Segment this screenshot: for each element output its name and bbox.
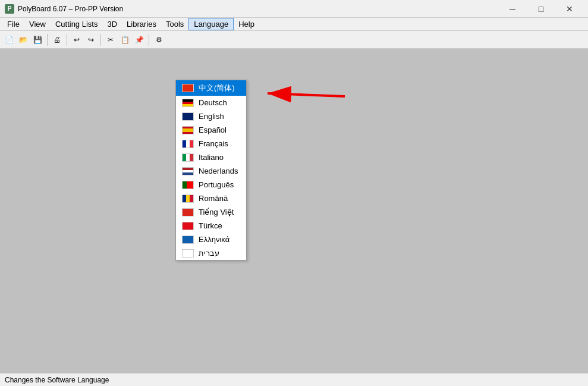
flag-es-icon <box>182 126 194 134</box>
menu-cutting-lists[interactable]: Cutting Lists <box>51 18 103 30</box>
lang-it[interactable]: Italiano <box>176 150 246 164</box>
app-title: PolyBoard 6.07 – Pro-PP Version <box>18 5 123 13</box>
toolbar-sep-3 <box>100 34 101 46</box>
lang-tr[interactable]: Türkce <box>176 219 246 233</box>
lang-gr[interactable]: Ελληνικά <box>176 233 246 246</box>
lang-en[interactable]: English <box>176 109 246 123</box>
lang-vn[interactable]: Tiếng Việt <box>176 205 246 219</box>
lang-gr-label: Ελληνικά <box>199 235 229 244</box>
flag-gb-icon <box>182 112 194 121</box>
flag-fr-icon <box>182 140 194 148</box>
lang-tr-label: Türkce <box>199 221 222 230</box>
svg-line-1 <box>268 93 345 96</box>
toolbar-new[interactable]: 📄 <box>2 33 15 46</box>
menu-3d[interactable]: 3D <box>102 18 122 30</box>
toolbar: 📄 📂 💾 🖨 ↩ ↪ ✂ 📋 📌 ⚙ <box>0 31 588 49</box>
lang-ro[interactable]: Română <box>176 192 246 205</box>
flag-pt-icon <box>182 181 194 189</box>
toolbar-sep-2 <box>67 34 67 46</box>
title-bar: P PolyBoard 6.07 – Pro-PP Version ─ □ ✕ <box>0 0 588 18</box>
menu-help[interactable]: Help <box>234 18 259 30</box>
menu-libraries[interactable]: Libraries <box>122 18 161 30</box>
menu-view[interactable]: View <box>24 18 51 30</box>
lang-de-label: Deutsch <box>199 98 227 107</box>
lang-es[interactable]: Español <box>176 123 246 137</box>
status-text: Changes the Software Language <box>5 376 109 384</box>
close-button[interactable]: ✕ <box>556 2 583 16</box>
lang-it-label: Italiano <box>199 153 224 162</box>
title-bar-left: P PolyBoard 6.07 – Pro-PP Version <box>5 4 123 14</box>
toolbar-cut[interactable]: ✂ <box>104 33 117 46</box>
toolbar-paste[interactable]: 📌 <box>133 33 146 46</box>
maximize-button[interactable]: □ <box>527 2 555 16</box>
lang-es-label: Español <box>199 125 227 134</box>
annotation-arrow <box>250 84 369 203</box>
flag-it-icon <box>182 153 194 162</box>
menu-tools[interactable]: Tools <box>161 18 188 30</box>
toolbar-sep-1 <box>47 34 48 46</box>
flag-ro-icon <box>182 194 194 203</box>
lang-de[interactable]: Deutsch <box>176 96 246 109</box>
lang-il[interactable]: עברית <box>176 246 246 260</box>
lang-en-label: English <box>199 112 224 121</box>
menu-file[interactable]: File <box>2 18 24 30</box>
lang-vn-label: Tiếng Việt <box>199 208 234 216</box>
minimize-button[interactable]: ─ <box>499 2 526 16</box>
language-dropdown: 中文(简体) Deutsch English Español Français … <box>175 80 247 261</box>
status-bar: Changes the Software Language <box>0 373 588 386</box>
flag-vn-icon <box>182 208 194 216</box>
flag-nl-icon <box>182 167 194 175</box>
menu-bar: File View Cutting Lists 3D Libraries Too… <box>0 18 588 31</box>
toolbar-copy[interactable]: 📋 <box>118 33 131 46</box>
lang-zh-label: 中文(简体) <box>199 83 235 93</box>
toolbar-settings[interactable]: ⚙ <box>152 33 165 46</box>
flag-tr-icon <box>182 222 194 230</box>
app-icon: P <box>5 4 14 14</box>
lang-il-label: עברית <box>199 249 219 258</box>
lang-zh[interactable]: 中文(简体) <box>176 80 246 96</box>
flag-cn-icon <box>182 84 194 92</box>
toolbar-undo[interactable]: ↩ <box>70 33 83 46</box>
toolbar-open[interactable]: 📂 <box>17 33 30 46</box>
lang-nl-label: Nederlands <box>199 167 238 175</box>
toolbar-print[interactable]: 🖨 <box>51 33 64 46</box>
toolbar-save[interactable]: 💾 <box>31 33 44 46</box>
flag-il-icon <box>182 249 194 258</box>
lang-ro-label: Română <box>199 194 228 203</box>
lang-fr-label: Français <box>199 139 228 148</box>
lang-pt-label: Português <box>199 180 234 189</box>
lang-pt[interactable]: Português <box>176 178 246 192</box>
toolbar-redo[interactable]: ↪ <box>84 33 98 46</box>
lang-nl[interactable]: Nederlands <box>176 164 246 178</box>
flag-de-icon <box>182 99 194 107</box>
flag-gr-icon <box>182 236 194 244</box>
main-area: 中文(简体) Deutsch English Español Français … <box>0 49 588 373</box>
title-bar-controls: ─ □ ✕ <box>499 2 583 16</box>
lang-fr[interactable]: Français <box>176 137 246 150</box>
toolbar-sep-4 <box>149 34 149 46</box>
menu-language[interactable]: Language <box>188 18 234 30</box>
